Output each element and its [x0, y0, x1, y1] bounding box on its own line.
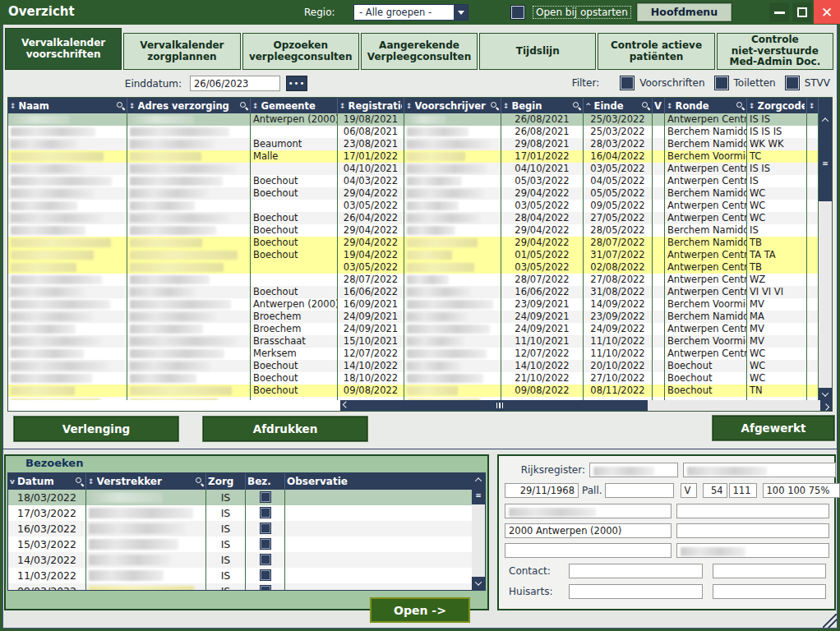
scrollbar-track[interactable]: [648, 400, 820, 411]
scroll-up-button[interactable]: [819, 113, 832, 126]
maximize-button[interactable]: [792, 2, 812, 22]
age-input[interactable]: 54: [703, 483, 727, 498]
table-row[interactable]: Brasschaat15/10/202111/10/202111/10/2022…: [8, 335, 832, 348]
bezoek-checkbox[interactable]: [261, 570, 270, 580]
table-row[interactable]: 16/03/2022IS: [8, 521, 485, 537]
column-header-v[interactable]: V: [653, 98, 665, 113]
scrollbar-track[interactable]: [819, 201, 832, 388]
bezoek-checkbox[interactable]: [261, 523, 270, 533]
einddatum-input[interactable]: 26/06/2023: [190, 76, 280, 91]
close-button[interactable]: ✕: [814, 0, 840, 24]
scrollbar-thumb[interactable]: ≡: [819, 126, 832, 201]
column-header-observatie[interactable]: Observatie: [285, 473, 477, 490]
table-row[interactable]: 15/03/2022IS: [8, 537, 485, 552]
filter-checkbox-3[interactable]: [786, 76, 799, 90]
huisarts-input-2[interactable]: [713, 584, 826, 599]
table-row[interactable]: Boechout14/10/202214/10/202220/10/2022Bo…: [8, 360, 832, 372]
table-row[interactable]: Boechout09/08/202209/08/202208/11/2022Bo…: [8, 385, 832, 397]
patient-name-input[interactable]: [505, 504, 672, 518]
table-row[interactable]: Boechout29/04/202229/04/202228/07/2022Be…: [8, 237, 832, 249]
table-row[interactable]: 06/08/202126/08/202125/03/2022Berchem Na…: [8, 126, 832, 138]
hoofdmenu-button[interactable]: Hoofdmenu: [637, 3, 732, 21]
patient-extra-input[interactable]: [676, 504, 829, 518]
afgewerkt-button[interactable]: Afgewerkt: [713, 416, 834, 440]
dropdown-arrow-icon[interactable]: [454, 5, 468, 20]
table-row[interactable]: Boechout04/03/202205/03/202204/05/2022An…: [8, 175, 832, 187]
postcode-city-input[interactable]: 2000 Antwerpen (2000): [505, 523, 672, 538]
patient-street-input[interactable]: [505, 543, 672, 558]
column-header-bez[interactable]: Bez.: [246, 473, 285, 490]
table-row[interactable]: 14/03/2022IS: [8, 552, 485, 568]
table-row[interactable]: 09/03/2022IS: [8, 583, 485, 590]
column-header-ronde[interactable]: ↕Ronde: [665, 98, 747, 113]
date-browse-button[interactable]: •••: [286, 76, 307, 91]
scroll-up-button[interactable]: [472, 473, 485, 486]
tab-7[interactable]: Controle niet-verstuurde Med-Admin Doc.: [717, 33, 833, 70]
bezoek-checkbox[interactable]: [261, 555, 270, 564]
percentages-input[interactable]: 100 100 75%: [763, 483, 840, 498]
tab-1[interactable]: Vervalkalender voorschriften: [5, 28, 122, 70]
rijksregister-input[interactable]: [589, 463, 678, 477]
table-row[interactable]: Boechout16/06/202216/06/202231/08/2022An…: [8, 286, 832, 298]
scroll-right-button[interactable]: [820, 400, 832, 411]
tab-6[interactable]: Controle actieve patiënten: [598, 33, 714, 70]
bezoek-checkbox[interactable]: [261, 492, 270, 502]
table-row[interactable]: 28/07/202228/07/202227/08/2022Antwerpen …: [8, 274, 832, 286]
table-row[interactable]: Malle17/01/202217/01/202216/04/2022Berch…: [8, 150, 832, 163]
bezoek-checkbox[interactable]: [261, 508, 270, 518]
tab-4[interactable]: Aangerekende Verpleegconsulten: [361, 33, 478, 70]
contact-input-2[interactable]: [713, 564, 826, 578]
open-bij-opstarten-checkbox[interactable]: [511, 6, 524, 19]
rijksregister-input-2[interactable]: [683, 463, 836, 477]
column-header-adres[interactable]: ↕Adres verzorging: [127, 98, 251, 113]
column-header-zorgcode[interactable]: ↕Zorgcode: [747, 98, 807, 113]
column-header-gemeente[interactable]: ↕Gemeente: [251, 98, 338, 113]
column-header-naam[interactable]: ↕Naam: [8, 98, 127, 113]
column-header-zorg[interactable]: Zorg: [206, 473, 246, 490]
open-bij-opstarten-label[interactable]: Open bij opstarten: [533, 6, 631, 19]
table-row[interactable]: 03/05/202203/05/202209/05/2022Antwerpen …: [8, 200, 832, 212]
tab-3[interactable]: Opzoeken verpleegconsulten: [242, 33, 359, 70]
column-header-stub[interactable]: ↕: [807, 98, 819, 113]
table-row[interactable]: 17/03/2022IS: [8, 505, 485, 521]
filter-checkbox-1[interactable]: [621, 76, 634, 90]
patient-extra-input-2[interactable]: [676, 523, 829, 538]
table-row[interactable]: Boechout19/04/202201/05/202231/07/2022An…: [8, 249, 832, 261]
table-row[interactable]: Boechout29/04/202229/04/202205/05/2022Be…: [8, 187, 832, 200]
resize-grip-icon[interactable]: [823, 614, 837, 628]
column-header-datum[interactable]: vDatum: [8, 473, 86, 490]
bezoek-checkbox[interactable]: [261, 539, 270, 549]
horizontal-scrollbar[interactable]: [8, 400, 832, 411]
table-row[interactable]: Broechem24/09/202124/09/202123/09/2022Be…: [8, 311, 832, 323]
minimize-button[interactable]: [769, 2, 789, 22]
verlenging-button[interactable]: Verlenging: [14, 417, 178, 441]
table-row[interactable]: Broechem24/09/202124/09/202124/09/2022An…: [8, 323, 832, 335]
scroll-down-button[interactable]: [472, 577, 485, 590]
regio-select[interactable]: - Alle groepen -: [353, 4, 468, 21]
vertical-scrollbar[interactable]: ≡: [472, 473, 485, 590]
column-header-begin[interactable]: ↕Begin: [501, 98, 584, 113]
patient-phone-input[interactable]: [676, 543, 829, 558]
table-row[interactable]: Antwerpen (2000)19/08/202126/08/202125/0…: [8, 113, 832, 126]
column-header-verstrekker[interactable]: ↕Verstrekker: [86, 473, 206, 490]
table-row[interactable]: Beaumont23/08/202129/08/202128/03/2022Be…: [8, 138, 832, 150]
table-row[interactable]: 04/10/202104/10/202103/05/2022Antwerpen …: [8, 163, 832, 175]
contact-input[interactable]: [569, 564, 703, 578]
scrollbar-track[interactable]: [472, 504, 485, 577]
pall-input[interactable]: [605, 483, 674, 498]
table-row[interactable]: 18/03/2022IS: [8, 490, 485, 505]
table-row[interactable]: Boechout18/10/202221/10/202227/10/2022Bo…: [8, 372, 832, 385]
table-row[interactable]: Merksem12/07/202212/07/202211/10/2022Ant…: [8, 348, 832, 360]
scrollbar-thumb[interactable]: ≡: [472, 486, 485, 504]
scrollbar-thumb[interactable]: [352, 400, 648, 411]
column-header-registratie[interactable]: ↕Registratie: [338, 98, 404, 113]
bezoek-checkbox[interactable]: [261, 586, 270, 590]
code-input[interactable]: 111: [729, 483, 757, 498]
scroll-left-button[interactable]: [340, 400, 352, 411]
vertical-scrollbar[interactable]: ≡: [819, 113, 832, 400]
table-row[interactable]: 03/05/202203/05/202202/08/2022Antwerpen …: [8, 261, 832, 274]
filter-checkbox-2[interactable]: [715, 76, 728, 90]
tab-5[interactable]: Tijdslijn: [479, 33, 596, 70]
afdrukken-button[interactable]: Afdrukken: [203, 417, 367, 441]
scroll-down-button[interactable]: [819, 388, 832, 400]
